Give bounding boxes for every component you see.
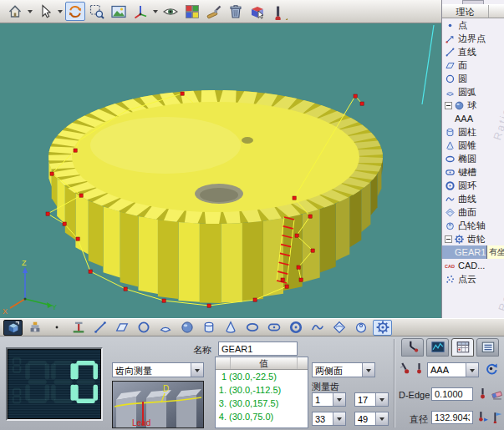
surface-feature-button[interactable] — [329, 320, 349, 336]
chevron-down-icon[interactable] — [333, 412, 345, 425]
value-row[interactable]: 3.(30.0,157.5) — [216, 397, 308, 410]
chevron-down-icon[interactable] — [466, 363, 478, 377]
dedge-input[interactable] — [431, 387, 473, 401]
color-palette-button[interactable] — [182, 2, 202, 21]
arc-feature-button[interactable] — [155, 320, 175, 336]
gear-name-input[interactable] — [218, 341, 298, 356]
tree-item-label: 直线 — [458, 46, 476, 58]
curve-feature-button[interactable] — [308, 320, 327, 336]
gear-3d-scene[interactable]: ZXY — [0, 23, 441, 318]
tree-item-[interactable]: 点云 — [442, 272, 504, 286]
cmm-machine-button[interactable] — [69, 320, 88, 336]
value-row[interactable]: 1(30.0,-22.5) — [216, 370, 308, 383]
tree-item-[interactable]: 圆环 — [442, 179, 504, 192]
sphere-feature-button[interactable] — [177, 320, 196, 336]
flank-side-dropdown[interactable]: 两侧面 — [312, 362, 375, 377]
probe-a-icon[interactable] — [399, 362, 411, 375]
zoom-window-button[interactable] — [87, 2, 107, 21]
machine-button[interactable] — [25, 320, 44, 336]
solid-select-button[interactable] — [247, 2, 267, 21]
edit-tools-button[interactable] — [204, 2, 224, 21]
tree-item-[interactable]: 键槽 — [442, 165, 504, 179]
probe-edit-button[interactable] — [269, 2, 289, 21]
line-feature-button[interactable] — [90, 320, 109, 336]
probe-flag-icon[interactable] — [491, 411, 503, 423]
eraser-icon[interactable] — [491, 387, 503, 400]
circle-feature-button[interactable] — [134, 320, 153, 336]
tooth-count-spinner[interactable]: 17 — [354, 392, 389, 407]
tree-item-[interactable]: 圆弧 — [442, 85, 504, 99]
tree-item-[interactable]: 曲面 — [442, 205, 504, 219]
select-cursor-button[interactable] — [35, 2, 55, 21]
tree-item-cad[interactable]: CADCAD... — [442, 259, 504, 272]
delete-trash-button[interactable] — [226, 2, 246, 21]
home-button[interactable] — [5, 2, 25, 21]
value-row[interactable]: 4.(30.0,75.0) — [216, 410, 308, 423]
tree-item-aaa[interactable]: AAA — [442, 112, 504, 125]
tree-item-[interactable]: 齿轮 — [442, 232, 504, 245]
measure-mode-dropdown[interactable]: 齿向测量 — [112, 362, 204, 377]
tooth-total-spinner[interactable]: 49 — [354, 412, 389, 426]
probe-select-dropdown[interactable]: AAA — [427, 362, 479, 377]
chevron-down-icon[interactable] — [152, 2, 159, 21]
fitview-icon — [110, 3, 127, 20]
cylinder-feature-button[interactable] — [199, 320, 218, 336]
chevron-down-icon[interactable] — [27, 2, 33, 21]
tree-item-[interactable]: 点 — [442, 18, 504, 32]
tree-item-[interactable]: 边界点 — [442, 32, 504, 45]
tree-item-[interactable]: 凸轮轴 — [442, 219, 504, 232]
measured-values-table[interactable]: 值 1(30.0,-22.5)1.(30.0,-112.5)3.(30.0,15… — [215, 357, 308, 428]
value-row[interactable]: 1.(30.0,-112.5) — [216, 383, 308, 397]
probe-b-icon[interactable] — [413, 362, 425, 375]
tree-item-[interactable]: 椭圆 — [442, 152, 504, 165]
tree-item-[interactable]: 球 — [442, 99, 504, 112]
plane-feature-button[interactable] — [112, 320, 131, 336]
values-table-header: 值 — [216, 357, 308, 370]
tab-list[interactable] — [476, 338, 499, 357]
tree-item-label: 点云 — [458, 273, 476, 286]
chevron-down-icon[interactable] — [375, 412, 388, 425]
tree-item-[interactable]: 面 — [442, 58, 504, 72]
collapse-expander-icon[interactable] — [445, 102, 452, 109]
point-feature-button[interactable] — [47, 320, 66, 336]
torus-feature-button[interactable] — [286, 320, 305, 336]
viewport-3d[interactable]: ZXY — [0, 23, 441, 318]
ellipse-feature-button[interactable] — [242, 320, 262, 336]
tree-item-label: AAA — [455, 114, 473, 124]
cone-feature-button[interactable] — [221, 320, 240, 336]
tooth-start2-spinner[interactable]: 33 — [312, 412, 346, 426]
chevron-down-icon[interactable] — [57, 2, 64, 21]
view-mode-button[interactable] — [3, 320, 23, 336]
tree-item-[interactable]: 曲线 — [442, 192, 504, 205]
probeedit-icon — [271, 3, 288, 20]
slot-feature-button[interactable] — [264, 320, 283, 336]
svg-text:Y: Y — [52, 303, 57, 311]
sidebar-tab[interactable] — [462, 0, 484, 4]
collapse-expander-icon[interactable] — [445, 235, 452, 243]
feature-tree: 点边界点直线面圆圆弧球AAA圆柱圆锥椭圆键槽圆环曲线曲面凸轮轴齿轮GEAR1有坐… — [442, 18, 504, 286]
tab-graph[interactable] — [426, 338, 449, 357]
rotate-view-button[interactable] — [65, 2, 85, 21]
diameter-input[interactable] — [431, 411, 473, 424]
chevron-down-icon[interactable] — [333, 393, 345, 406]
visibility-eye-button[interactable] — [160, 2, 181, 21]
refresh-icon[interactable] — [485, 362, 497, 375]
value-row-index: 1 — [216, 372, 229, 382]
tooth-start-spinner[interactable]: 1 — [312, 392, 346, 407]
axis-view-button[interactable] — [130, 2, 150, 21]
tree-item-[interactable]: 圆柱 — [442, 125, 504, 139]
tab-probe[interactable] — [401, 338, 424, 357]
cam-feature-button[interactable] — [351, 320, 370, 336]
probe-arrow-icon[interactable] — [476, 411, 489, 423]
tree-item-[interactable]: 直线 — [442, 45, 504, 58]
gear-feature-button[interactable] — [373, 320, 392, 336]
tree-item-[interactable]: 圆锥 — [442, 139, 504, 152]
chevron-down-icon[interactable] — [191, 363, 203, 377]
tree-item-[interactable]: 圆 — [442, 72, 504, 85]
probe-point-icon[interactable] — [476, 387, 489, 400]
tree-item-gear1[interactable]: GEAR1有坐 — [442, 245, 504, 259]
tab-table[interactable] — [451, 338, 474, 357]
fit-view-button[interactable] — [109, 2, 129, 21]
chevron-down-icon[interactable] — [375, 393, 388, 406]
chevron-down-icon[interactable] — [362, 363, 374, 377]
